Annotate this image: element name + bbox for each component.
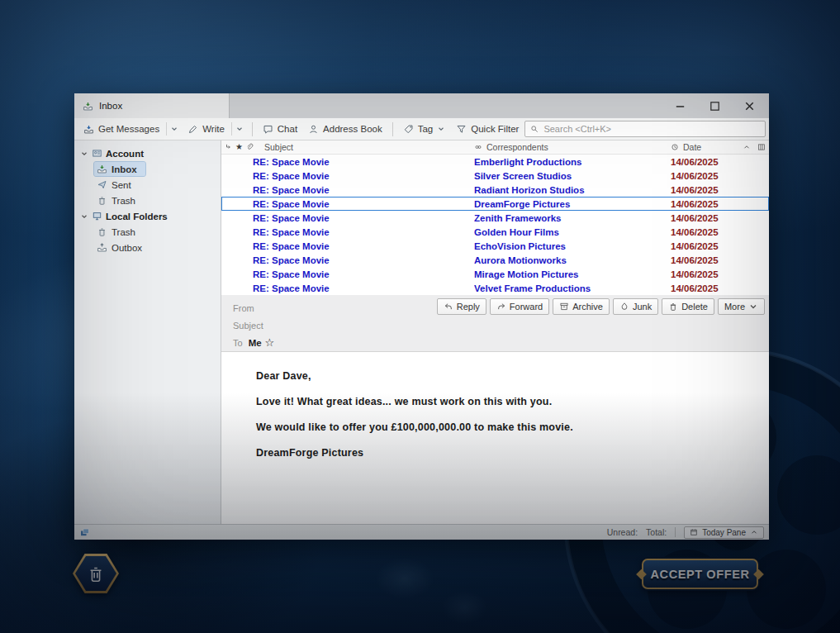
sidebar-item-sent[interactable]: Sent: [74, 177, 221, 193]
message-correspondent: Golden Hour Films: [474, 227, 671, 237]
folder-pane: Account Inbox Sent: [74, 140, 221, 524]
message-correspondent: DreamForge Pictures: [474, 199, 671, 209]
column-header-correspondents[interactable]: Correspondents: [474, 142, 671, 152]
maximize-icon: [709, 100, 721, 112]
search-icon: [530, 125, 539, 133]
star-toggle-icon[interactable]: ☆: [265, 337, 275, 348]
sidebar-item-outbox[interactable]: Outbox: [74, 240, 221, 255]
message-subject: RE: Space Movie: [253, 255, 474, 265]
sidebar-item-inbox[interactable]: Inbox: [74, 161, 221, 177]
tag-icon: [403, 124, 414, 135]
address-book-button[interactable]: Address Book: [303, 121, 387, 137]
chevron-expand-icon[interactable]: [80, 150, 88, 158]
quick-filter-label: Quick Filter: [471, 124, 519, 134]
to-label: To: [233, 338, 243, 348]
message-row[interactable]: RE: Space MovieAurora Motionworks14/06/2…: [221, 253, 769, 267]
write-button[interactable]: Write: [183, 121, 230, 137]
accept-offer-button[interactable]: ACCEPT OFFER: [642, 559, 758, 589]
subject-label: Subject: [233, 321, 263, 331]
tag-button[interactable]: Tag: [398, 121, 451, 137]
sidebar-item-local-trash[interactable]: Trash: [74, 224, 221, 240]
delete-icon: [668, 302, 678, 312]
message-subject: RE: Space Movie: [253, 227, 474, 237]
junk-icon: [619, 302, 629, 312]
message-subject: RE: Space Movie: [253, 185, 474, 195]
column-header-subject[interactable]: Subject: [253, 142, 474, 152]
sidebar-outbox-label: Outbox: [112, 243, 142, 253]
message-correspondent: Velvet Frame Productions: [474, 283, 671, 293]
message-date: 14/06/2025: [671, 185, 769, 195]
trash-folder-icon: [97, 226, 107, 237]
message-date: 14/06/2025: [671, 213, 769, 223]
chevron-down-icon: [170, 125, 178, 133]
minimize-button[interactable]: [674, 100, 686, 112]
tab-inbox[interactable]: Inbox: [74, 93, 230, 118]
message-row[interactable]: RE: Space MovieRadiant Horizon Studios14…: [221, 183, 769, 197]
get-messages-button[interactable]: Get Messages: [78, 121, 164, 137]
message-row[interactable]: RE: Space MovieZenith Frameworks14/06/20…: [221, 211, 769, 225]
message-body: Dear Dave, Love it! What great ideas... …: [221, 352, 769, 524]
message-list: RE: Space MovieEmberlight Productions14/…: [221, 155, 769, 295]
message-date: 14/06/2025: [671, 199, 769, 209]
local-folders-icon: [92, 211, 102, 221]
message-row[interactable]: RE: Space MovieSilver Screen Studios14/0…: [221, 169, 769, 183]
email-client-window: Inbox Get Messages: [74, 93, 769, 540]
message-row[interactable]: RE: Space MovieGolden Hour Films14/06/20…: [221, 225, 769, 239]
message-row-selected[interactable]: RE: Space MovieDreamForge Pictures14/06/…: [221, 197, 769, 211]
reply-button[interactable]: Reply: [437, 298, 486, 315]
main-area: Account Inbox Sent: [74, 140, 769, 524]
address-book-label: Address Book: [323, 124, 382, 134]
accept-offer-label: ACCEPT OFFER: [651, 568, 750, 581]
get-messages-icon: [83, 124, 94, 135]
message-correspondent: Radiant Horizon Studios: [474, 185, 671, 195]
statusbar-separator: [675, 527, 676, 537]
column-picker-icon[interactable]: [757, 143, 766, 151]
message-row[interactable]: RE: Space MovieEchoVision Pictures14/06/…: [221, 239, 769, 253]
tab-title: Inbox: [99, 101, 122, 111]
archive-button[interactable]: Archive: [553, 298, 610, 315]
column-header-date[interactable]: Date: [671, 142, 769, 152]
message-correspondent: Zenith Frameworks: [474, 213, 671, 223]
chat-icon: [263, 124, 273, 135]
write-dropdown[interactable]: [231, 122, 247, 136]
discard-offer-button[interactable]: [73, 554, 119, 593]
message-row[interactable]: RE: Space MovieVelvet Frame Productions1…: [221, 281, 769, 295]
message-row[interactable]: RE: Space MovieEmberlight Productions14/…: [221, 155, 769, 169]
sidebar-item-local-folders[interactable]: Local Folders: [74, 208, 221, 224]
delete-button[interactable]: Delete: [662, 298, 714, 315]
message-header-pane: From Subject To Me ☆ Reply: [221, 295, 769, 352]
quick-filter-button[interactable]: Quick Filter: [451, 121, 524, 137]
get-messages-dropdown[interactable]: [166, 122, 182, 136]
search-input[interactable]: [543, 124, 760, 134]
thread-column-icon[interactable]: [225, 143, 233, 151]
message-date: 14/06/2025: [671, 227, 769, 237]
write-label: Write: [202, 124, 225, 134]
sidebar-local-trash-label: Trash: [112, 227, 135, 237]
message-date: 14/06/2025: [671, 255, 769, 265]
body-line: We would like to offer you £100,000,000.…: [256, 421, 752, 433]
outbox-folder-icon: [97, 242, 107, 253]
today-pane-button[interactable]: Today Pane: [684, 526, 764, 539]
sidebar-sent-label: Sent: [112, 180, 131, 190]
message-row[interactable]: RE: Space MovieMirage Motion Pictures14/…: [221, 267, 769, 281]
forward-button[interactable]: Forward: [490, 298, 549, 315]
chevron-expand-icon[interactable]: [80, 212, 88, 221]
chat-button[interactable]: Chat: [258, 121, 302, 137]
star-column-icon[interactable]: ★: [235, 143, 243, 151]
sidebar-item-account[interactable]: Account: [74, 145, 221, 161]
more-button[interactable]: More: [718, 298, 765, 315]
message-column: ★ Subject Correspondents: [221, 140, 769, 524]
reply-icon: [444, 302, 453, 312]
message-date: 14/06/2025: [671, 171, 769, 181]
message-subject: RE: Space Movie: [253, 241, 474, 251]
sidebar-trash-label: Trash: [112, 196, 135, 206]
trash-icon: [87, 564, 105, 583]
maximize-button[interactable]: [709, 100, 721, 112]
from-label: From: [233, 303, 254, 313]
message-correspondent: Emberlight Productions: [474, 157, 671, 167]
sidebar-local-folders-label: Local Folders: [106, 212, 168, 221]
junk-button[interactable]: Junk: [613, 298, 658, 315]
close-button[interactable]: [743, 100, 756, 112]
sidebar-item-trash[interactable]: Trash: [74, 193, 221, 208]
message-subject: RE: Space Movie: [253, 157, 474, 167]
